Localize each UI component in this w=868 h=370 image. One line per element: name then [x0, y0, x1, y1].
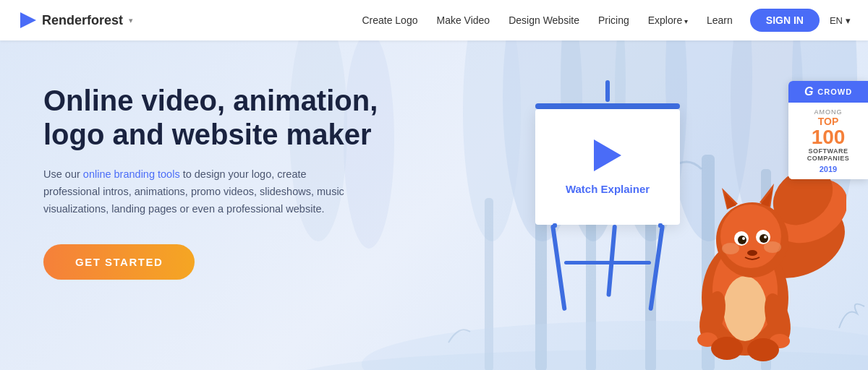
- svg-point-43: [711, 337, 743, 360]
- nav-links: Create Logo Make Video Design Website Pr…: [354, 9, 851, 32]
- g2-badge-header: G CROWD: [788, 81, 868, 103]
- hero-section: Online video, animation, logo and websit…: [0, 40, 868, 370]
- svg-point-34: [742, 237, 745, 240]
- logo-icon: [17, 10, 38, 30]
- g2-crowd-badge: G CROWD AMONG TOP 100 SOFTWARE COMPANIES…: [788, 81, 868, 179]
- logo[interactable]: Renderforest ▾: [17, 10, 133, 30]
- nav-pricing[interactable]: Pricing: [591, 10, 637, 30]
- svg-marker-0: [20, 12, 36, 28]
- svg-point-44: [747, 338, 779, 361]
- logo-text: Renderforest: [42, 13, 123, 28]
- nav-learn[interactable]: Learn: [699, 10, 740, 30]
- nav-design-website[interactable]: Design Website: [501, 10, 587, 30]
- language-selector[interactable]: EN ▾: [830, 15, 851, 26]
- nav-create-logo[interactable]: Create Logo: [354, 10, 425, 30]
- svg-point-33: [760, 234, 768, 243]
- signin-button[interactable]: SIGN IN: [750, 9, 820, 32]
- svg-point-32: [738, 236, 746, 244]
- g2-logo: G: [804, 85, 813, 98]
- navbar: Renderforest ▾ Create Logo Make Video De…: [0, 0, 868, 40]
- hero-title: Online video, animation, logo and websit…: [43, 84, 391, 152]
- nav-explore[interactable]: Explore: [641, 10, 695, 30]
- svg-point-25: [720, 205, 781, 268]
- play-icon: [594, 139, 621, 171]
- g2-software-text: SOFTWARE: [793, 147, 864, 155]
- g2-crowd-text: CROWD: [817, 87, 852, 96]
- hero-description: Use our online branding tools to design …: [43, 166, 347, 218]
- online-branding-link[interactable]: online branding tools: [83, 168, 180, 180]
- g2-badge-body: AMONG TOP 100 SOFTWARE COMPANIES 2019: [788, 103, 868, 179]
- get-started-button[interactable]: GET STARTED: [43, 244, 195, 280]
- nav-make-video[interactable]: Make Video: [429, 10, 497, 30]
- svg-point-38: [764, 241, 781, 253]
- hero-content: Online video, animation, logo and websit…: [43, 84, 391, 280]
- g2-year: 2019: [793, 165, 864, 173]
- lang-chevron-icon: ▾: [846, 15, 851, 26]
- lang-label: EN: [830, 15, 843, 26]
- g2-companies-text: COMPANIES: [793, 155, 864, 162]
- g2-among-text: AMONG: [793, 108, 864, 116]
- logo-chevron-icon: ▾: [129, 16, 133, 25]
- svg-point-23: [723, 276, 767, 341]
- svg-point-35: [764, 236, 767, 238]
- svg-point-36: [747, 250, 757, 256]
- svg-point-37: [722, 243, 739, 254]
- watch-explainer-label: Watch Explainer: [566, 183, 650, 195]
